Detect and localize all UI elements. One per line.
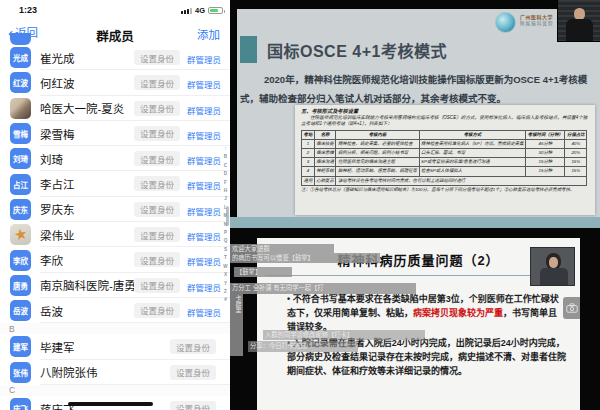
set-identity-button[interactable]: 设置身份 bbox=[134, 176, 180, 191]
speaker-video-thumbnail-male[interactable] bbox=[557, 0, 600, 42]
document-heading: 五、考核形式及考核设置 bbox=[301, 107, 590, 114]
member-avatar[interactable]: 李欣 bbox=[10, 250, 31, 271]
set-identity-button[interactable]: 设置身份 bbox=[170, 401, 216, 410]
alphabet-index-scrubber[interactable]: ↑BCDFHJLMNPQSTWXYZ# bbox=[222, 145, 229, 305]
member-avatar[interactable]: 唐勇 bbox=[10, 275, 31, 296]
member-avatar[interactable] bbox=[10, 98, 31, 119]
cellular-signal-icon bbox=[181, 7, 192, 14]
index-letter[interactable]: H bbox=[222, 187, 229, 195]
index-letter[interactable]: C bbox=[222, 162, 229, 170]
table-cell: 2 bbox=[302, 149, 315, 158]
member-row[interactable]: 刘琦刘琦设置身份群管理员 bbox=[0, 146, 230, 171]
member-row[interactable]: 哈医大一院-夏炎设置身份群管理员 bbox=[0, 96, 230, 121]
table-cell: 15% bbox=[565, 158, 587, 167]
group-admin-label: 群管理员 bbox=[187, 154, 221, 166]
index-letter[interactable]: D bbox=[222, 170, 229, 178]
member-avatar[interactable]: 张伟 bbox=[10, 362, 31, 383]
group-admin-label: 群管理员 bbox=[187, 230, 221, 242]
index-letter[interactable]: Y bbox=[222, 280, 229, 288]
index-letter[interactable]: T bbox=[222, 254, 229, 262]
index-letter[interactable]: F bbox=[222, 179, 229, 187]
index-letter[interactable]: S bbox=[222, 246, 229, 254]
table-header-cell: 名称 bbox=[314, 130, 336, 139]
member-row[interactable]: 岳波岳波设置身份群管理员 bbox=[0, 298, 230, 323]
set-identity-button[interactable]: 设置身份 bbox=[134, 303, 180, 318]
speaker-body bbox=[566, 19, 593, 42]
index-letter[interactable]: P bbox=[222, 229, 229, 237]
member-row[interactable]: 雪梅梁雪梅设置身份群管理员 bbox=[0, 121, 230, 146]
table-cell: 20% bbox=[565, 149, 587, 158]
set-identity-button[interactable]: 设置身份 bbox=[134, 202, 180, 217]
member-avatar[interactable]: 红波 bbox=[10, 72, 31, 93]
set-identity-button[interactable]: 设置身份 bbox=[134, 126, 180, 141]
hospital-logo-icon bbox=[495, 12, 516, 33]
chat-fragment: 入群的同学请修改昵称【打卡】 bbox=[263, 330, 425, 340]
index-letter[interactable]: # bbox=[222, 296, 229, 304]
set-identity-button[interactable]: 设置身份 bbox=[170, 365, 216, 380]
chat-fragment: 【鼓掌】 bbox=[234, 267, 292, 277]
member-name: 何红波 bbox=[40, 75, 75, 91]
add-button[interactable]: 添加 bbox=[197, 26, 220, 42]
set-identity-button[interactable]: 设置身份 bbox=[134, 101, 180, 116]
index-letter[interactable]: Z bbox=[222, 288, 229, 296]
table-row: 2临床思维病例分析、相关问题，病例小结书写口头汇报、面试、书写30分钟20% bbox=[302, 149, 587, 158]
table-header-cell: 分值占比 bbox=[565, 130, 587, 139]
set-identity-button[interactable]: 设置身份 bbox=[134, 75, 180, 90]
set-identity-button[interactable]: 设置身份 bbox=[134, 278, 180, 293]
set-identity-button[interactable]: 设置身份 bbox=[134, 151, 180, 166]
member-avatar[interactable]: 庆东 bbox=[10, 199, 31, 220]
member-name: 梁伟业 bbox=[40, 227, 75, 243]
member-avatar[interactable]: 建军 bbox=[10, 336, 31, 357]
member-name: 李欣 bbox=[40, 252, 63, 268]
member-row[interactable]: 红波何红波设置身份群管理员 bbox=[0, 70, 230, 95]
camera-tool-tab[interactable] bbox=[563, 297, 580, 319]
member-row[interactable]: 建军毕建军设置身份 bbox=[0, 334, 230, 359]
member-row[interactable]: 庆东罗庆东设置身份群管理员 bbox=[0, 197, 230, 222]
index-letter[interactable]: Q bbox=[222, 237, 229, 245]
home-indicator[interactable] bbox=[68, 402, 153, 406]
set-identity-button[interactable]: 设置身份 bbox=[170, 339, 216, 354]
status-time: 1:23 bbox=[19, 5, 37, 15]
member-avatar[interactable]: ★ bbox=[10, 224, 31, 245]
member-avatar[interactable]: 雪梅 bbox=[10, 123, 31, 144]
presentation-panel: 国标OSCE 4+1考核模式 广州医科大学 附属脑科医院 2020年，精神科住院… bbox=[230, 0, 600, 410]
table-cell: 15% bbox=[565, 167, 587, 176]
member-row[interactable]: 李欣李欣设置身份群管理员 bbox=[0, 247, 230, 272]
group-admin-label: 群管理员 bbox=[187, 104, 221, 116]
table-header-cell: 考核方式 bbox=[419, 130, 526, 139]
chat-fragment: 卡群里 bbox=[230, 294, 243, 356]
member-avatar[interactable]: 光成 bbox=[10, 47, 31, 68]
index-letter[interactable]: L bbox=[222, 204, 229, 212]
index-letter[interactable]: W bbox=[222, 263, 229, 271]
member-row[interactable]: ★梁伟业设置身份群管理员 bbox=[0, 222, 230, 247]
table-cell: 口头汇报、面试、书写 bbox=[419, 149, 526, 158]
index-letter[interactable]: N bbox=[222, 221, 229, 229]
index-letter[interactable]: ↑ bbox=[222, 145, 229, 153]
index-letter[interactable]: M bbox=[222, 212, 229, 220]
table-cell: 45分钟 bbox=[526, 139, 565, 148]
set-identity-button[interactable]: 设置身份 bbox=[134, 50, 180, 65]
table-header-cell: 考核时间（分钟） bbox=[526, 130, 565, 139]
speaker-video-thumbnail-female[interactable] bbox=[530, 247, 575, 286]
scrolled-avatar-fragment bbox=[10, 33, 31, 45]
member-avatar[interactable]: 庆飞 bbox=[10, 398, 31, 410]
set-identity-button[interactable]: 设置身份 bbox=[134, 227, 180, 242]
index-letter[interactable]: B bbox=[222, 153, 229, 161]
member-row[interactable]: 光成崔光成设置身份群管理员 bbox=[0, 45, 230, 70]
member-row[interactable]: 张伟八附院张伟设置身份 bbox=[0, 360, 230, 385]
member-avatar[interactable]: 占江 bbox=[10, 174, 31, 195]
table-cell: 临床思维 bbox=[314, 149, 336, 158]
member-row[interactable]: 唐勇南京脑科医院-唐勇设置身份群管理员 bbox=[0, 273, 230, 298]
index-letter[interactable]: X bbox=[222, 271, 229, 279]
member-name: 哈医大一院-夏炎 bbox=[40, 100, 124, 116]
index-letter[interactable]: J bbox=[222, 195, 229, 203]
member-avatar[interactable]: 刘琦 bbox=[10, 148, 31, 169]
member-row[interactable]: 占江李占江设置身份群管理员 bbox=[0, 171, 230, 196]
group-admin-label: 群管理员 bbox=[187, 53, 221, 65]
set-identity-button[interactable]: 设置身份 bbox=[134, 252, 180, 267]
row-divider bbox=[40, 322, 230, 323]
table-cell: 病例分析、相关问题，病例小结书写 bbox=[336, 149, 419, 158]
status-indicators: 4G bbox=[181, 6, 223, 15]
member-avatar[interactable]: 岳波 bbox=[10, 300, 31, 321]
bullet-1: 不符合书写基本要求在各类缺陷中居第3位，个别医师在工作忙碌状态下，仅采用简单复制… bbox=[287, 293, 565, 335]
